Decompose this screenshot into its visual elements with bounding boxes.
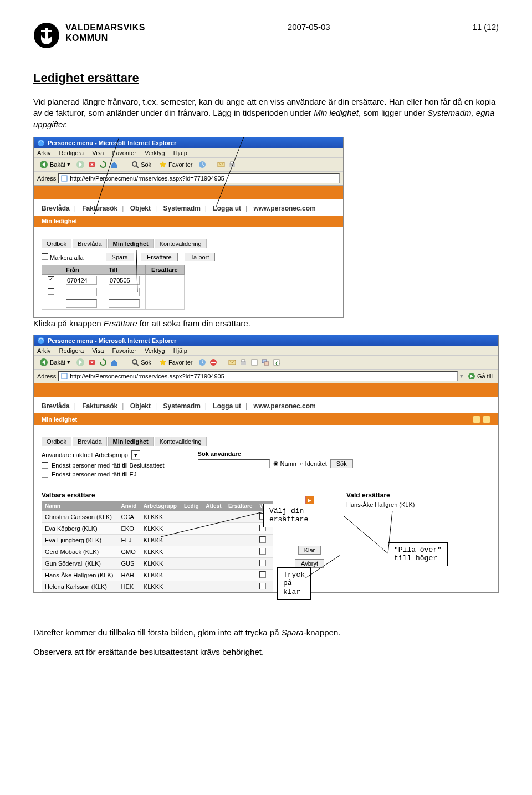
valj-checkbox[interactable] <box>256 534 273 546</box>
favorites-button[interactable]: Favoriter <box>157 160 195 169</box>
home-icon[interactable] <box>110 358 118 366</box>
cell-anvid: HEK <box>118 581 140 592</box>
klar-button[interactable]: Klar <box>298 546 321 555</box>
go-button[interactable]: Gå till <box>466 372 495 381</box>
mail-icon[interactable] <box>217 161 225 168</box>
intro-italic-b: Min ledighet <box>314 108 359 117</box>
print-icon[interactable] <box>239 358 247 366</box>
tab-brevlada[interactable]: Brevlåda <box>73 437 106 446</box>
help-icon[interactable] <box>473 416 480 423</box>
row-checkbox[interactable] <box>48 276 54 283</box>
address-input[interactable]: http://efh/Personecmenu/rmservices.aspx?… <box>58 371 458 381</box>
cell-ledig <box>181 546 202 557</box>
menu-favoriter[interactable]: Favoriter <box>112 150 136 156</box>
nav-fakturasok[interactable]: Fakturasök <box>82 402 117 410</box>
fran-date-input[interactable] <box>66 299 97 308</box>
valj-checkbox[interactable] <box>256 581 273 592</box>
star-icon <box>159 161 167 168</box>
edit-icon[interactable] <box>250 358 258 366</box>
refresh-icon[interactable] <box>99 161 107 168</box>
research-icon[interactable] <box>273 358 280 366</box>
identitet-radio-label: Identitet <box>305 460 327 467</box>
arbetsgrupp-select[interactable]: ▾ <box>131 450 140 460</box>
beslutsattest-checkbox[interactable] <box>42 462 48 469</box>
menu-verktyg[interactable]: Verktyg <box>145 347 165 354</box>
valj-checkbox[interactable] <box>256 546 273 557</box>
stop-icon[interactable] <box>88 358 96 366</box>
nav-brevlada[interactable]: Brevlåda <box>42 204 70 212</box>
cell-ledig <box>181 534 202 546</box>
info-icon[interactable] <box>483 416 490 423</box>
discuss-icon[interactable] <box>262 358 269 366</box>
tab-kontovalidering[interactable]: Kontovalidering <box>155 239 207 248</box>
tab-brevlada[interactable]: Brevlåda <box>73 239 106 248</box>
menu-visa[interactable]: Visa <box>92 347 104 354</box>
ej-checkbox[interactable] <box>42 471 48 478</box>
tab-min-ledighet[interactable]: Min ledighet <box>108 437 154 446</box>
tab-min-ledighet[interactable]: Min ledighet <box>108 239 154 248</box>
valj-checkbox[interactable] <box>256 569 273 581</box>
home-icon[interactable] <box>110 161 118 168</box>
tabort-button[interactable]: Ta bort <box>185 253 216 261</box>
mail-icon[interactable] <box>228 358 236 366</box>
nav-loggaut[interactable]: Logga ut <box>213 204 241 212</box>
nav-systemadm[interactable]: Systemadm <box>163 204 200 212</box>
history-icon[interactable] <box>198 358 206 366</box>
ersattare-button[interactable]: Ersättare <box>141 253 178 261</box>
identitet-radio[interactable]: ○ Identitet <box>300 460 327 467</box>
forward-arrow-icon[interactable] <box>76 358 85 367</box>
menu-visa[interactable]: Visa <box>92 150 104 156</box>
search-button[interactable]: Sök <box>129 358 154 367</box>
search-button[interactable]: Sök <box>129 160 154 169</box>
menu-arkiv[interactable]: Arkiv <box>37 150 50 156</box>
favorites-button[interactable]: Favoriter <box>157 358 195 367</box>
nav-loggaut[interactable]: Logga ut <box>213 402 241 410</box>
block-icon[interactable] <box>209 358 217 366</box>
menu-redigera[interactable]: Redigera <box>59 150 84 156</box>
callout-pila-over: "Pila över" till höger <box>388 542 448 566</box>
nav-personec[interactable]: www.personec.com <box>253 204 315 212</box>
address-label: Adress <box>37 373 56 379</box>
nav-objekt[interactable]: Objekt <box>130 402 151 410</box>
sok-input[interactable] <box>198 459 270 468</box>
th-ersattare-col: Ersättare <box>225 501 256 511</box>
nav-personec[interactable]: www.personec.com <box>253 402 315 410</box>
menu-redigera[interactable]: Redigera <box>59 347 84 354</box>
menu-hjalp[interactable]: Hjälp <box>173 150 187 156</box>
back-button[interactable]: Bakåt ▾ <box>37 160 73 170</box>
till-date-input[interactable] <box>109 288 140 296</box>
back-arrow-icon <box>39 358 48 367</box>
fran-date-input[interactable] <box>66 288 97 296</box>
svg-rect-32 <box>264 362 269 365</box>
row-checkbox[interactable] <box>48 288 54 295</box>
till-date-input[interactable] <box>109 276 140 285</box>
avbryt-button[interactable]: Avbryt <box>295 559 324 568</box>
till-date-input[interactable] <box>109 299 140 308</box>
stop-icon[interactable] <box>88 161 96 168</box>
spara-button[interactable]: Spara <box>106 253 134 261</box>
caption-2: Klicka på knappen Ersättare för att söka… <box>33 319 499 328</box>
sok-button[interactable]: Sök <box>330 459 353 468</box>
nav-objekt[interactable]: Objekt <box>130 204 151 212</box>
address-input[interactable]: http://efh/Personecmenu/rmservices.aspx?… <box>58 173 340 183</box>
fran-date-input[interactable] <box>66 276 97 285</box>
row-checkbox[interactable] <box>48 300 54 306</box>
nav-systemadm[interactable]: Systemadm <box>163 402 200 410</box>
menu-verktyg[interactable]: Verktyg <box>145 150 165 156</box>
valj-checkbox[interactable] <box>256 557 273 569</box>
menu-favoriter[interactable]: Favoriter <box>112 347 136 354</box>
history-icon[interactable] <box>198 161 206 168</box>
refresh-icon[interactable] <box>99 358 107 366</box>
forward-arrow-icon[interactable] <box>76 160 85 169</box>
tab-kontovalidering[interactable]: Kontovalidering <box>155 437 207 446</box>
tab-ordbok[interactable]: Ordbok <box>42 239 71 248</box>
menu-hjalp[interactable]: Hjälp <box>173 347 187 354</box>
menu-arkiv[interactable]: Arkiv <box>37 347 50 354</box>
namn-radio[interactable]: ◉ Namn <box>273 460 296 467</box>
print-icon[interactable] <box>228 161 236 168</box>
tab-ordbok[interactable]: Ordbok <box>42 437 71 446</box>
back-button[interactable]: Bakåt ▾ <box>37 357 73 367</box>
nav-fakturasok[interactable]: Fakturasök <box>82 204 117 212</box>
nav-brevlada[interactable]: Brevlåda <box>42 402 70 410</box>
markera-alla-check[interactable]: Markera alla <box>42 253 84 261</box>
